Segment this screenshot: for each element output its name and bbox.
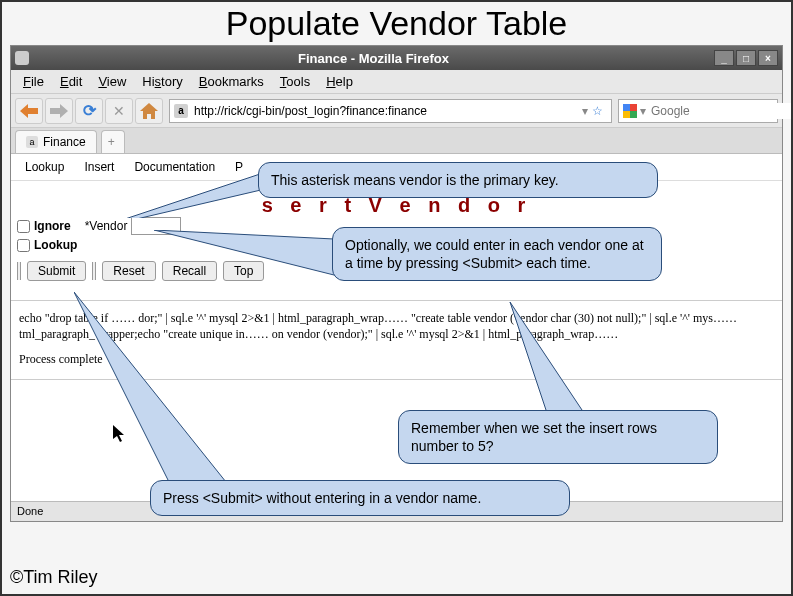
home-icon bbox=[140, 103, 158, 119]
slide-title: Populate Vendor Table bbox=[2, 2, 791, 43]
menu-history[interactable]: History bbox=[134, 72, 190, 91]
arrow-right-icon bbox=[50, 104, 68, 118]
new-tab-button[interactable]: + bbox=[101, 130, 125, 153]
callout-submit-each: Optionally, we could enter in each vendo… bbox=[332, 227, 662, 281]
reload-button[interactable]: ⟳ bbox=[75, 98, 103, 124]
menu-tools[interactable]: Tools bbox=[272, 72, 318, 91]
callout-pointer bbox=[74, 292, 244, 512]
menu-bookmarks[interactable]: Bookmarks bbox=[191, 72, 272, 91]
site-icon: a bbox=[174, 104, 188, 118]
search-box[interactable]: ▾ bbox=[618, 99, 778, 123]
svg-marker-6 bbox=[510, 302, 590, 422]
svg-rect-1 bbox=[630, 104, 637, 111]
url-input[interactable] bbox=[192, 103, 582, 119]
tab-finance[interactable]: a Finance bbox=[15, 130, 97, 153]
app-icon bbox=[15, 51, 29, 65]
maximize-button[interactable]: □ bbox=[736, 50, 756, 66]
back-button[interactable] bbox=[15, 98, 43, 124]
tab-label: Finance bbox=[43, 135, 86, 149]
dropdown-icon[interactable]: ▾ bbox=[582, 104, 588, 118]
svg-marker-4 bbox=[98, 168, 278, 218]
lookup-checkbox[interactable] bbox=[17, 239, 30, 252]
reset-button[interactable]: Reset bbox=[102, 261, 155, 281]
svg-marker-7 bbox=[74, 292, 234, 492]
svg-rect-0 bbox=[623, 104, 630, 111]
svg-rect-3 bbox=[630, 111, 637, 118]
app-menu-lookup[interactable]: Lookup bbox=[17, 158, 72, 176]
search-input[interactable] bbox=[649, 103, 793, 119]
url-bar[interactable]: a ▾ ☆ bbox=[169, 99, 612, 123]
google-icon bbox=[623, 103, 637, 119]
tab-bar: a Finance + bbox=[11, 128, 782, 154]
menu-view[interactable]: View bbox=[90, 72, 134, 91]
close-button[interactable]: × bbox=[758, 50, 778, 66]
window-title: Finance - Mozilla Firefox bbox=[35, 51, 712, 66]
arrow-left-icon bbox=[20, 104, 38, 118]
menu-file[interactable]: File bbox=[15, 72, 52, 91]
copyright: ©Tim Riley bbox=[10, 567, 98, 588]
callout-insert-rows: Remember when we set the insert rows num… bbox=[398, 410, 718, 464]
submit-button[interactable]: Submit bbox=[27, 261, 86, 281]
titlebar: Finance - Mozilla Firefox _ □ × bbox=[11, 46, 782, 70]
menubar: File Edit View History Bookmarks Tools H… bbox=[11, 70, 782, 94]
callout-primary-key: This asterisk means vendor is the primar… bbox=[258, 162, 658, 198]
stop-button[interactable]: ✕ bbox=[105, 98, 133, 124]
forward-button[interactable] bbox=[45, 98, 73, 124]
callout-press-submit: Press <Submit> without entering in a ven… bbox=[150, 480, 570, 516]
svg-marker-5 bbox=[154, 230, 354, 280]
minimize-button[interactable]: _ bbox=[714, 50, 734, 66]
separator bbox=[17, 262, 21, 280]
svg-rect-2 bbox=[623, 111, 630, 118]
navbar: ⟳ ✕ a ▾ ☆ ▾ bbox=[11, 94, 782, 128]
dropdown-icon[interactable]: ▾ bbox=[640, 104, 646, 118]
bookmark-star-icon[interactable]: ☆ bbox=[592, 104, 603, 118]
menu-edit[interactable]: Edit bbox=[52, 72, 90, 91]
menu-help[interactable]: Help bbox=[318, 72, 361, 91]
home-button[interactable] bbox=[135, 98, 163, 124]
tab-icon: a bbox=[26, 136, 38, 148]
separator bbox=[92, 262, 96, 280]
lookup-label: Lookup bbox=[34, 238, 77, 252]
